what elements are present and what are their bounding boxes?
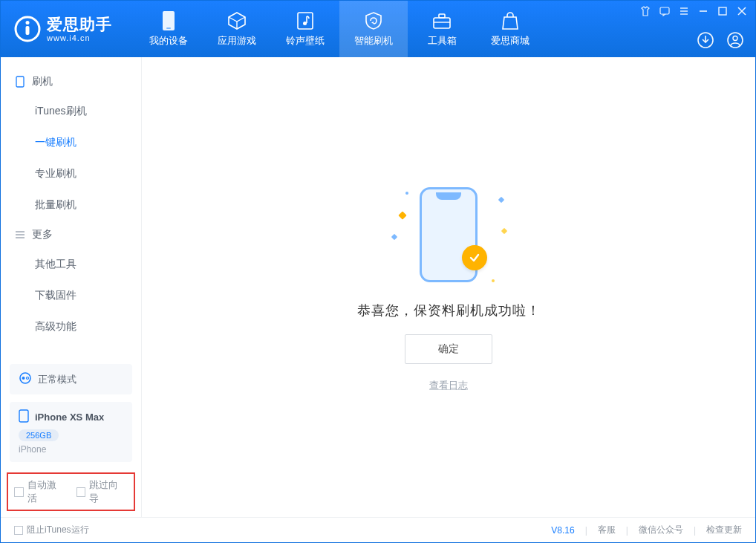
- sidebar: 刷机 iTunes刷机 一键刷机 专业刷机 批量刷机 更多 其他工具 下载固件 …: [1, 57, 142, 517]
- sidebar-item-advanced[interactable]: 高级功能: [1, 311, 141, 342]
- checkbox-label: 自动激活: [27, 478, 66, 505]
- nav-label: 铃声壁纸: [286, 34, 325, 48]
- checkbox-label: 阻止iTunes运行: [27, 524, 89, 536]
- sidebar-header-label: 更多: [32, 228, 53, 241]
- content-body: 刷机 iTunes刷机 一键刷机 专业刷机 批量刷机 更多 其他工具 下载固件 …: [1, 57, 755, 517]
- svg-rect-6: [298, 13, 313, 29]
- svg-point-7: [303, 22, 307, 25]
- version-label: V8.16: [551, 525, 574, 536]
- nav-toolbox[interactable]: 工具箱: [408, 1, 476, 57]
- device-mode-card[interactable]: 正常模式: [10, 364, 132, 394]
- window-controls: [639, 5, 748, 17]
- device-type: iPhone: [19, 444, 123, 455]
- checkbox-skip-wizard[interactable]: 跳过向导: [76, 478, 128, 505]
- checkbox-label: 跳过向导: [89, 478, 128, 505]
- footer-update-link[interactable]: 检查更新: [706, 524, 742, 536]
- device-mode-label: 正常模式: [38, 373, 76, 386]
- checkbox-auto-activate[interactable]: 自动激活: [14, 478, 66, 505]
- menu-icon[interactable]: [678, 5, 690, 17]
- device-icon: [160, 10, 177, 31]
- nav-store[interactable]: 爱思商城: [476, 1, 544, 57]
- mode-icon: [19, 371, 32, 387]
- sidebar-item-other-tools[interactable]: 其他工具: [1, 249, 141, 280]
- feedback-icon[interactable]: [659, 5, 671, 17]
- sidebar-header-more: 更多: [1, 221, 141, 249]
- sidebar-item-batch-flash[interactable]: 批量刷机: [1, 189, 141, 221]
- refresh-shield-icon: [364, 10, 383, 31]
- nav-my-device[interactable]: 我的设备: [134, 1, 203, 57]
- device-capacity: 256GB: [19, 429, 59, 441]
- nav-smart-flash[interactable]: 智能刷机: [339, 1, 408, 57]
- svg-rect-1: [26, 26, 30, 35]
- sidebar-header-flash: 刷机: [1, 68, 141, 96]
- nav-label: 我的设备: [149, 34, 188, 48]
- nav-ring-wallpaper[interactable]: 铃声壁纸: [271, 1, 339, 57]
- success-illustration: [389, 183, 508, 287]
- svg-rect-9: [434, 18, 450, 28]
- device-info-card[interactable]: iPhone XS Max 256GB iPhone: [10, 402, 132, 462]
- sidebar-item-itunes-flash[interactable]: iTunes刷机: [1, 96, 141, 127]
- device-name: iPhone XS Max: [35, 412, 104, 423]
- view-log-link[interactable]: 查看日志: [429, 379, 468, 392]
- cube-icon: [227, 10, 247, 31]
- svg-rect-10: [439, 14, 445, 18]
- minimize-button[interactable]: [697, 5, 709, 17]
- bag-icon: [501, 10, 519, 31]
- svg-rect-12: [660, 7, 669, 14]
- svg-point-28: [22, 377, 25, 380]
- maximize-button[interactable]: [717, 5, 729, 17]
- sidebar-item-oneclick-flash[interactable]: 一键刷机: [1, 127, 141, 158]
- checkbox-block-itunes[interactable]: 阻止iTunes运行: [14, 524, 89, 536]
- check-badge-icon: [462, 245, 487, 270]
- footer-support-link[interactable]: 客服: [598, 524, 616, 536]
- ok-button[interactable]: 确定: [405, 334, 492, 364]
- svg-rect-30: [19, 410, 28, 422]
- sidebar-header-label: 刷机: [32, 75, 53, 88]
- nav-label: 工具箱: [428, 34, 457, 48]
- svg-point-29: [27, 377, 29, 380]
- shirt-icon[interactable]: [639, 5, 651, 17]
- app-window: 爱思助手 www.i4.cn 我的设备 应用游戏 铃声壁纸 智能刷机: [0, 0, 756, 543]
- svg-rect-4: [166, 27, 171, 29]
- user-controls: [696, 30, 745, 50]
- svg-rect-17: [719, 7, 726, 15]
- music-icon: [296, 10, 314, 31]
- svg-marker-8: [371, 22, 374, 24]
- close-button[interactable]: [736, 5, 748, 17]
- toolbox-icon: [432, 10, 452, 31]
- app-title: 爱思助手: [47, 16, 112, 33]
- nav-label: 爱思商城: [491, 34, 529, 48]
- options-row: 自动激活 跳过向导: [7, 472, 135, 511]
- top-nav: 我的设备 应用游戏 铃声壁纸 智能刷机 工具箱 爱思商城: [134, 1, 544, 57]
- footer: 阻止iTunes运行 V8.16 | 客服 | 微信公众号 | 检查更新: [1, 517, 755, 542]
- list-icon: [14, 230, 26, 239]
- download-icon[interactable]: [696, 30, 715, 50]
- app-subtitle: www.i4.cn: [47, 33, 112, 43]
- app-logo: 爱思助手 www.i4.cn: [14, 16, 112, 43]
- svg-point-22: [733, 36, 737, 41]
- nav-apps-games[interactable]: 应用游戏: [203, 1, 271, 57]
- phone-outline-icon: [14, 76, 26, 88]
- footer-wechat-link[interactable]: 微信公众号: [639, 524, 683, 536]
- device-small-icon: [19, 409, 29, 425]
- sidebar-item-pro-flash[interactable]: 专业刷机: [1, 158, 141, 189]
- nav-label: 智能刷机: [354, 34, 393, 48]
- main-panel: 恭喜您，保资料刷机成功啦！ 确定 查看日志: [142, 57, 755, 517]
- svg-point-2: [26, 21, 30, 25]
- titlebar: 爱思助手 www.i4.cn 我的设备 应用游戏 铃声壁纸 智能刷机: [1, 1, 755, 57]
- logo-icon: [14, 16, 41, 42]
- nav-label: 应用游戏: [218, 34, 256, 48]
- sidebar-item-download-fw[interactable]: 下载固件: [1, 280, 141, 311]
- success-message: 恭喜您，保资料刷机成功啦！: [357, 302, 541, 319]
- svg-rect-23: [16, 77, 24, 87]
- user-icon[interactable]: [726, 30, 745, 50]
